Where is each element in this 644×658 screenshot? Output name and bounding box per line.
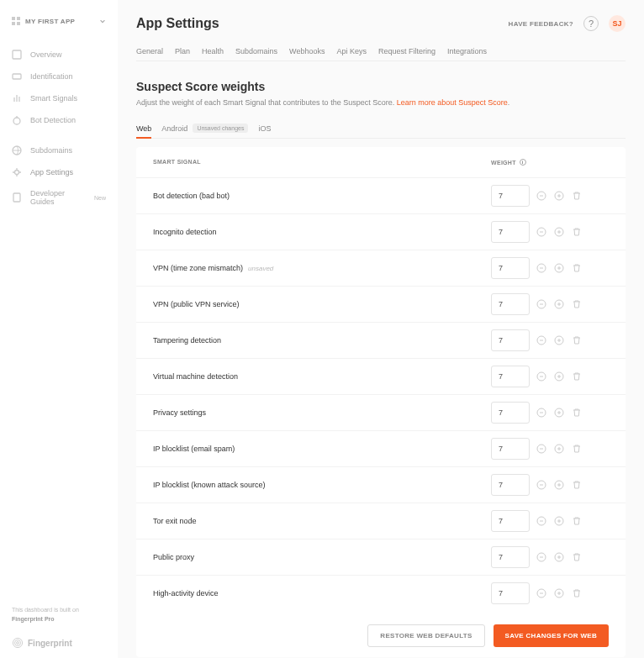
decrement-button[interactable]	[536, 371, 547, 382]
sidebar-item-overview[interactable]: Overview	[0, 44, 118, 66]
increment-button[interactable]	[553, 226, 565, 238]
signal-row: Virtual machine detection	[136, 358, 626, 394]
weight-input[interactable]	[491, 293, 530, 315]
delete-button[interactable]	[571, 479, 583, 491]
sidebar: MY FIRST APP OverviewIdentificationSmart…	[0, 0, 118, 658]
decrement-button[interactable]	[536, 190, 547, 202]
delete-button[interactable]	[571, 443, 583, 455]
save-changes-button[interactable]: SAVE CHANGES FOR WEB	[494, 624, 609, 647]
weight-input[interactable]	[491, 366, 530, 387]
signal-label: Virtual machine detection	[153, 372, 491, 381]
delete-button[interactable]	[571, 226, 583, 238]
increment-button[interactable]	[553, 515, 565, 527]
tab-request-filtering[interactable]: Request Filtering	[378, 42, 435, 61]
delete-button[interactable]	[571, 262, 583, 274]
section-title: Suspect Score weights	[136, 80, 626, 93]
new-badge: New	[94, 195, 106, 201]
sidebar-item-app-settings[interactable]: App Settings	[0, 161, 118, 183]
signal-label: Incognito detection	[153, 228, 491, 236]
weight-input[interactable]	[491, 257, 530, 279]
tab-general[interactable]: General	[136, 42, 163, 61]
platform-subtabs: WebAndroidUnsaved changesiOS	[136, 118, 626, 139]
fingerprint-logo-icon	[12, 637, 24, 649]
sidebar-footer: This dashboard is built on Fingerprint P…	[0, 607, 118, 658]
increment-button[interactable]	[553, 334, 565, 346]
avatar[interactable]: SJ	[609, 15, 626, 32]
sidebar-item-label: Developer Guides	[30, 189, 86, 206]
tab-plan[interactable]: Plan	[175, 42, 190, 61]
subtab-web[interactable]: Web	[136, 119, 151, 138]
sidebar-item-bot-detection[interactable]: Bot Detection	[0, 109, 118, 131]
subtab-android[interactable]: AndroidUnsaved changes	[161, 118, 248, 138]
increment-button[interactable]	[553, 479, 565, 491]
nav-list: OverviewIdentificationSmart SignalsBot D…	[0, 44, 118, 212]
delete-button[interactable]	[571, 515, 583, 527]
feedback-link[interactable]: HAVE FEEDBACK?	[509, 20, 573, 28]
weight-input[interactable]	[491, 582, 530, 604]
restore-defaults-button[interactable]: RESTORE WEB DEFAULTS	[367, 624, 484, 647]
weight-input[interactable]	[491, 185, 530, 207]
app-selector-label: MY FIRST APP	[25, 18, 94, 25]
page-title: App Settings	[136, 16, 499, 31]
sidebar-item-developer-guides[interactable]: Developer GuidesNew	[0, 183, 118, 212]
tab-api-keys[interactable]: Api Keys	[336, 42, 367, 61]
weight-input[interactable]	[491, 402, 530, 424]
delete-button[interactable]	[571, 334, 583, 346]
decrement-button[interactable]	[536, 226, 547, 238]
weight-input[interactable]	[491, 510, 530, 532]
header: App Settings HAVE FEEDBACK? ? SJ	[136, 15, 626, 32]
increment-button[interactable]	[553, 190, 565, 202]
learn-more-link[interactable]: Learn more about Suspect Score	[397, 98, 508, 107]
sidebar-item-identification[interactable]: Identification	[0, 66, 118, 87]
signal-label: Privacy settings	[153, 408, 491, 417]
weight-input[interactable]	[491, 546, 530, 568]
delete-button[interactable]	[571, 407, 583, 418]
delete-button[interactable]	[571, 371, 583, 382]
signal-row: Tor exit node	[136, 503, 626, 539]
increment-button[interactable]	[553, 298, 565, 310]
increment-button[interactable]	[553, 443, 565, 455]
decrement-button[interactable]	[536, 551, 547, 563]
delete-button[interactable]	[571, 587, 583, 599]
tab-webhooks[interactable]: Webhooks	[289, 42, 325, 61]
tab-health[interactable]: Health	[202, 42, 224, 61]
weight-input[interactable]	[491, 221, 530, 243]
increment-button[interactable]	[553, 262, 565, 274]
subtab-ios[interactable]: iOS	[258, 119, 271, 138]
decrement-button[interactable]	[536, 262, 547, 274]
app-icon	[12, 17, 20, 25]
decrement-button[interactable]	[536, 587, 547, 599]
increment-button[interactable]	[553, 551, 565, 563]
weight-input[interactable]	[491, 474, 530, 496]
decrement-button[interactable]	[536, 443, 547, 455]
signal-row: VPN (time zone mismatch)unsaved	[136, 250, 626, 286]
increment-button[interactable]	[553, 587, 565, 599]
weight-input[interactable]	[491, 329, 530, 351]
powered-brand: Fingerprint Pro	[12, 616, 106, 622]
signal-label: VPN (time zone mismatch)unsaved	[153, 264, 491, 272]
increment-button[interactable]	[553, 371, 565, 382]
delete-button[interactable]	[571, 190, 583, 202]
sidebar-item-subdomains[interactable]: Subdomains	[0, 139, 118, 161]
delete-button[interactable]	[571, 298, 583, 310]
signal-label: Tampering detection	[153, 336, 491, 345]
sidebar-item-smart-signals[interactable]: Smart Signals	[0, 87, 118, 109]
app-selector[interactable]: MY FIRST APP	[0, 13, 118, 37]
signal-row: IP blocklist (known attack source)	[136, 466, 626, 503]
decrement-button[interactable]	[536, 334, 547, 346]
increment-button[interactable]	[553, 407, 565, 418]
help-button[interactable]: ?	[583, 16, 599, 31]
decrement-button[interactable]	[536, 298, 547, 310]
weight-input[interactable]	[491, 438, 530, 460]
svg-point-11	[15, 640, 21, 646]
delete-button[interactable]	[571, 551, 583, 563]
bot-icon	[12, 115, 22, 125]
tab-integrations[interactable]: Integrations	[447, 42, 487, 61]
decrement-button[interactable]	[536, 479, 547, 491]
tab-subdomains[interactable]: Subdomains	[235, 42, 277, 61]
brand-name: Fingerprint	[28, 639, 72, 648]
sidebar-item-label: Smart Signals	[30, 94, 77, 103]
info-icon[interactable]: i	[520, 159, 526, 166]
decrement-button[interactable]	[536, 515, 547, 527]
decrement-button[interactable]	[536, 407, 547, 418]
